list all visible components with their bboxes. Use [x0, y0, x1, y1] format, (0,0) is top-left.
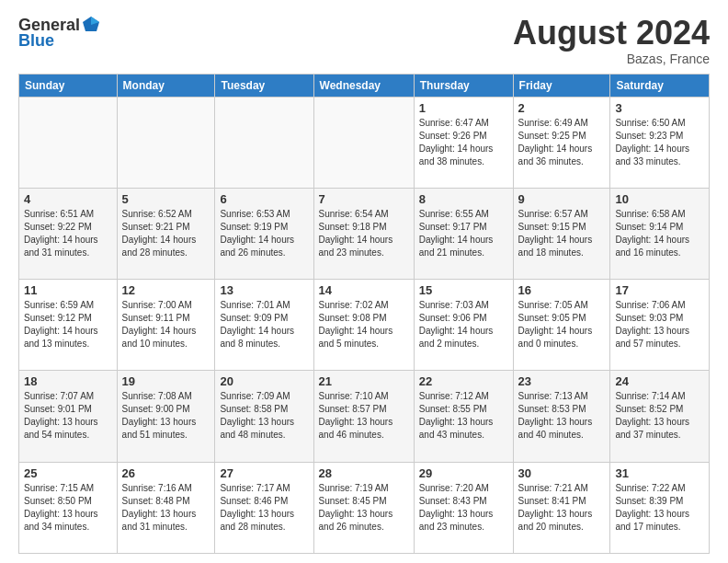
calendar-cell: 1Sunrise: 6:47 AMSunset: 9:26 PMDaylight… — [414, 97, 513, 188]
day-info: Sunrise: 7:19 AMSunset: 8:45 PMDaylight:… — [319, 482, 409, 534]
day-number: 18 — [24, 374, 112, 388]
day-info: Sunrise: 6:59 AMSunset: 9:12 PMDaylight:… — [24, 299, 112, 350]
calendar-cell: 6Sunrise: 6:53 AMSunset: 9:19 PMDaylight… — [215, 188, 313, 279]
col-thursday: Thursday — [414, 74, 513, 97]
day-info: Sunrise: 7:00 AMSunset: 9:11 PMDaylight:… — [122, 299, 210, 350]
day-number: 7 — [319, 192, 409, 206]
day-number: 27 — [220, 466, 308, 480]
header: General Blue August 2024 Bazas, France — [18, 15, 710, 66]
day-number: 11 — [24, 283, 112, 297]
day-number: 2 — [518, 101, 606, 115]
calendar-table: Sunday Monday Tuesday Wednesday Thursday… — [18, 74, 710, 554]
calendar-week-row: 18Sunrise: 7:07 AMSunset: 9:01 PMDayligh… — [19, 371, 710, 462]
day-number: 5 — [122, 192, 210, 206]
day-info: Sunrise: 7:03 AMSunset: 9:06 PMDaylight:… — [419, 299, 508, 350]
day-info: Sunrise: 7:15 AMSunset: 8:50 PMDaylight:… — [24, 482, 112, 534]
calendar-cell: 18Sunrise: 7:07 AMSunset: 9:01 PMDayligh… — [19, 371, 118, 462]
day-number: 19 — [122, 374, 210, 388]
calendar-cell: 21Sunrise: 7:10 AMSunset: 8:57 PMDayligh… — [313, 371, 414, 462]
day-info: Sunrise: 6:53 AMSunset: 9:19 PMDaylight:… — [220, 208, 308, 259]
day-info: Sunrise: 7:16 AMSunset: 8:48 PMDaylight:… — [122, 482, 210, 534]
day-info: Sunrise: 7:06 AMSunset: 9:03 PMDaylight:… — [615, 299, 704, 350]
day-info: Sunrise: 7:10 AMSunset: 8:57 PMDaylight:… — [319, 390, 409, 442]
calendar-header-row: Sunday Monday Tuesday Wednesday Thursday… — [19, 74, 710, 97]
day-info: Sunrise: 7:14 AMSunset: 8:52 PMDaylight:… — [615, 390, 704, 442]
day-number: 8 — [419, 192, 508, 206]
calendar-cell: 27Sunrise: 7:17 AMSunset: 8:46 PMDayligh… — [215, 462, 313, 553]
day-number: 13 — [220, 283, 308, 297]
day-info: Sunrise: 7:09 AMSunset: 8:58 PMDaylight:… — [220, 390, 308, 442]
day-info: Sunrise: 6:58 AMSunset: 9:14 PMDaylight:… — [615, 208, 704, 259]
day-number: 29 — [419, 466, 508, 480]
calendar-cell — [19, 97, 118, 188]
day-info: Sunrise: 6:49 AMSunset: 9:25 PMDaylight:… — [518, 117, 606, 168]
day-number: 26 — [122, 466, 210, 480]
day-info: Sunrise: 7:02 AMSunset: 9:08 PMDaylight:… — [319, 299, 409, 350]
day-info: Sunrise: 7:01 AMSunset: 9:09 PMDaylight:… — [220, 299, 308, 350]
day-number: 4 — [24, 192, 112, 206]
logo: General Blue — [18, 15, 102, 51]
col-monday: Monday — [117, 74, 215, 97]
day-info: Sunrise: 7:13 AMSunset: 8:53 PMDaylight:… — [518, 390, 606, 442]
day-number: 25 — [24, 466, 112, 480]
calendar-cell — [117, 97, 215, 188]
day-info: Sunrise: 6:51 AMSunset: 9:22 PMDaylight:… — [24, 208, 112, 259]
calendar-cell: 12Sunrise: 7:00 AMSunset: 9:11 PMDayligh… — [117, 280, 215, 371]
day-number: 28 — [319, 466, 409, 480]
calendar-cell: 26Sunrise: 7:16 AMSunset: 8:48 PMDayligh… — [117, 462, 215, 553]
calendar-cell — [215, 97, 313, 188]
calendar-cell: 4Sunrise: 6:51 AMSunset: 9:22 PMDaylight… — [19, 188, 118, 279]
day-number: 20 — [220, 374, 308, 388]
day-info: Sunrise: 6:47 AMSunset: 9:26 PMDaylight:… — [419, 117, 508, 168]
day-number: 1 — [419, 101, 508, 115]
location: Bazas, France — [513, 52, 710, 66]
day-number: 12 — [122, 283, 210, 297]
day-info: Sunrise: 7:21 AMSunset: 8:41 PMDaylight:… — [518, 482, 606, 534]
calendar-cell: 17Sunrise: 7:06 AMSunset: 9:03 PMDayligh… — [610, 280, 710, 371]
page: General Blue August 2024 Bazas, France S… — [0, 0, 728, 563]
calendar-week-row: 11Sunrise: 6:59 AMSunset: 9:12 PMDayligh… — [19, 280, 710, 371]
day-info: Sunrise: 6:52 AMSunset: 9:21 PMDaylight:… — [122, 208, 210, 259]
logo-flag-icon — [81, 15, 101, 35]
day-info: Sunrise: 7:12 AMSunset: 8:55 PMDaylight:… — [419, 390, 508, 442]
calendar-week-row: 25Sunrise: 7:15 AMSunset: 8:50 PMDayligh… — [19, 462, 710, 553]
day-info: Sunrise: 7:17 AMSunset: 8:46 PMDaylight:… — [220, 482, 308, 534]
day-info: Sunrise: 6:55 AMSunset: 9:17 PMDaylight:… — [419, 208, 508, 259]
day-number: 24 — [615, 374, 704, 388]
col-tuesday: Tuesday — [215, 74, 313, 97]
logo-blue: Blue — [18, 31, 54, 51]
day-number: 6 — [220, 192, 308, 206]
day-info: Sunrise: 7:20 AMSunset: 8:43 PMDaylight:… — [419, 482, 508, 534]
day-number: 16 — [518, 283, 606, 297]
calendar-cell: 5Sunrise: 6:52 AMSunset: 9:21 PMDaylight… — [117, 188, 215, 279]
calendar-cell: 15Sunrise: 7:03 AMSunset: 9:06 PMDayligh… — [414, 280, 513, 371]
col-saturday: Saturday — [610, 74, 710, 97]
day-info: Sunrise: 7:05 AMSunset: 9:05 PMDaylight:… — [518, 299, 606, 350]
calendar-cell: 22Sunrise: 7:12 AMSunset: 8:55 PMDayligh… — [414, 371, 513, 462]
calendar-cell: 3Sunrise: 6:50 AMSunset: 9:23 PMDaylight… — [610, 97, 710, 188]
day-info: Sunrise: 6:57 AMSunset: 9:15 PMDaylight:… — [518, 208, 606, 259]
day-number: 30 — [518, 466, 606, 480]
day-info: Sunrise: 7:07 AMSunset: 9:01 PMDaylight:… — [24, 390, 112, 442]
calendar-cell: 20Sunrise: 7:09 AMSunset: 8:58 PMDayligh… — [215, 371, 313, 462]
calendar-cell: 11Sunrise: 6:59 AMSunset: 9:12 PMDayligh… — [19, 280, 118, 371]
day-number: 10 — [615, 192, 704, 206]
day-number: 14 — [319, 283, 409, 297]
calendar-cell: 7Sunrise: 6:54 AMSunset: 9:18 PMDaylight… — [313, 188, 414, 279]
calendar-cell: 14Sunrise: 7:02 AMSunset: 9:08 PMDayligh… — [313, 280, 414, 371]
calendar-cell: 23Sunrise: 7:13 AMSunset: 8:53 PMDayligh… — [513, 371, 610, 462]
calendar-cell: 30Sunrise: 7:21 AMSunset: 8:41 PMDayligh… — [513, 462, 610, 553]
day-info: Sunrise: 6:54 AMSunset: 9:18 PMDaylight:… — [319, 208, 409, 259]
month-title: August 2024 — [513, 15, 710, 52]
calendar-cell: 19Sunrise: 7:08 AMSunset: 9:00 PMDayligh… — [117, 371, 215, 462]
calendar-cell: 13Sunrise: 7:01 AMSunset: 9:09 PMDayligh… — [215, 280, 313, 371]
day-number: 3 — [615, 101, 704, 115]
calendar-cell: 16Sunrise: 7:05 AMSunset: 9:05 PMDayligh… — [513, 280, 610, 371]
col-sunday: Sunday — [19, 74, 118, 97]
calendar-cell: 2Sunrise: 6:49 AMSunset: 9:25 PMDaylight… — [513, 97, 610, 188]
day-info: Sunrise: 7:08 AMSunset: 9:00 PMDaylight:… — [122, 390, 210, 442]
col-friday: Friday — [513, 74, 610, 97]
calendar-cell: 24Sunrise: 7:14 AMSunset: 8:52 PMDayligh… — [610, 371, 710, 462]
calendar-cell: 9Sunrise: 6:57 AMSunset: 9:15 PMDaylight… — [513, 188, 610, 279]
calendar-cell: 29Sunrise: 7:20 AMSunset: 8:43 PMDayligh… — [414, 462, 513, 553]
